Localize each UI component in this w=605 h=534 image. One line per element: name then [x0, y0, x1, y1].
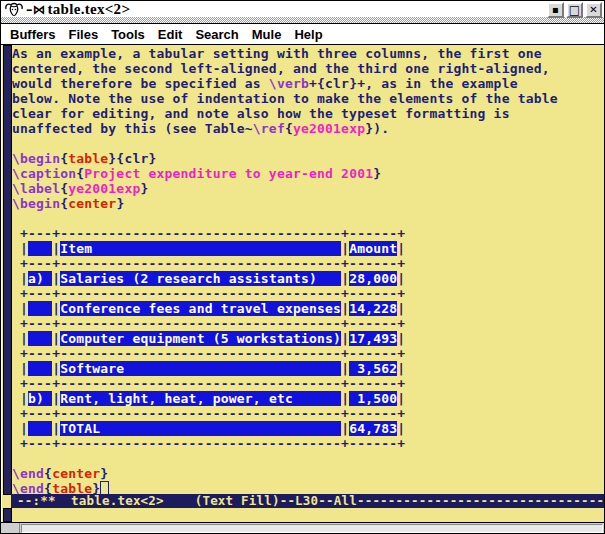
- text-segment: unaffected by this (see Table~: [12, 121, 253, 136]
- text-segment: [28, 241, 52, 256]
- text-segment: table: [68, 151, 108, 166]
- text-segment: |: [397, 421, 405, 436]
- horizontal-scrollbar-track[interactable]: [21, 524, 603, 533]
- text-segment: |: [52, 361, 60, 376]
- horizontal-scrollbar[interactable]: [1, 522, 604, 534]
- buffer-line: [12, 211, 604, 226]
- text-segment: center: [52, 466, 100, 481]
- text-segment: a): [28, 271, 52, 286]
- text-segment: \end: [12, 466, 44, 481]
- minimize-button[interactable]: ▪: [547, 2, 564, 18]
- buffer-line: | |Conference fees and travel expenses|1…: [12, 301, 604, 316]
- text-segment: |: [52, 421, 60, 436]
- text-segment: |: [12, 271, 28, 286]
- text-segment: 14,228: [349, 301, 397, 316]
- text-segment: |: [52, 271, 60, 286]
- text-segment: Rent, light, heat, power, etc: [60, 391, 341, 406]
- text-segment: centered, the second left-aligned, and t…: [12, 61, 550, 76]
- buffer-line: | |Item |Amount|: [12, 241, 604, 256]
- buffer-line: +---+-----------------------------------…: [12, 406, 604, 421]
- text-segment: b): [28, 391, 52, 406]
- menu-item-buffers[interactable]: Buffers: [10, 27, 56, 42]
- menu-item-tools[interactable]: Tools: [111, 27, 145, 42]
- text-segment: |: [12, 241, 28, 256]
- text-segment: TOTAL: [60, 421, 341, 436]
- menubar: BuffersFilesToolsEditSearchMuleHelp: [1, 24, 604, 45]
- text-segment: Project expenditure to year-end 2001: [84, 166, 373, 181]
- text-segment: \begin: [12, 196, 60, 211]
- text-segment: +---+-----------------------------------…: [12, 406, 405, 421]
- menu-item-mule[interactable]: Mule: [252, 27, 282, 42]
- titlebar[interactable]: –⋈ table.tex<2> ▪□✕: [1, 1, 604, 24]
- text-segment: +---+-----------------------------------…: [12, 256, 405, 271]
- buffer-text[interactable]: As an example, a tabular setting with th…: [12, 46, 604, 496]
- text-segment: |: [341, 241, 349, 256]
- text-segment: {: [44, 466, 52, 481]
- buffer-line: centered, the second left-aligned, and t…: [12, 61, 604, 76]
- buffer-line: below. Note the use of indentation to ma…: [12, 91, 604, 106]
- text-segment: below. Note the use of indentation to ma…: [12, 91, 558, 106]
- text-segment: {: [60, 181, 68, 196]
- text-segment: |: [52, 301, 60, 316]
- text-segment: |: [397, 361, 405, 376]
- close-button[interactable]: ✕: [585, 2, 602, 18]
- minibuffer[interactable]: Mark set: [13, 507, 123, 522]
- buffer-line: | |Software | 3,562|: [12, 361, 604, 376]
- text-segment: would therefore be specified as: [12, 76, 269, 91]
- maximize-icon: □: [569, 4, 580, 16]
- text-segment: }: [140, 181, 148, 196]
- text-segment: |: [397, 331, 405, 346]
- gnu-icon: [4, 2, 24, 17]
- text-segment: |: [341, 421, 349, 436]
- text-segment: |: [397, 241, 405, 256]
- text-segment: {: [60, 196, 68, 211]
- text-segment: Software: [60, 361, 341, 376]
- menu-item-help[interactable]: Help: [294, 27, 322, 42]
- text-segment: +---+-----------------------------------…: [12, 286, 405, 301]
- text-segment: \verb: [269, 76, 309, 91]
- text-segment: {: [60, 151, 68, 166]
- close-icon: ✕: [589, 5, 597, 15]
- vertical-scrollbar-thumb[interactable]: [3, 45, 12, 495]
- text-segment: |: [341, 271, 349, 286]
- menu-item-edit[interactable]: Edit: [158, 27, 183, 42]
- buffer-line: +---+-----------------------------------…: [12, 376, 604, 391]
- text-segment: \begin: [12, 151, 60, 166]
- menu-item-files[interactable]: Files: [69, 27, 99, 42]
- text-segment: +---+-----------------------------------…: [12, 346, 405, 361]
- text-segment: Salaries (2 research assistants): [60, 271, 341, 286]
- text-segment: +---+-----------------------------------…: [12, 316, 405, 331]
- text-segment: \label: [12, 181, 60, 196]
- text-segment: |: [397, 301, 405, 316]
- text-segment: As an example, a tabular setting with th…: [12, 46, 542, 61]
- text-segment: |: [341, 301, 349, 316]
- buffer-line: unaffected by this (see Table~\ref{ye200…: [12, 121, 604, 136]
- buffer-line: +---+-----------------------------------…: [12, 436, 604, 451]
- buffer-line: +---+-----------------------------------…: [12, 286, 604, 301]
- buffer-line: +---+-----------------------------------…: [12, 346, 604, 361]
- minibuffer-scrollbar-thumb[interactable]: [3, 508, 12, 522]
- text-segment: +---+-----------------------------------…: [12, 436, 405, 451]
- buffer-line: | |Computer equipment (5 workstations)|1…: [12, 331, 604, 346]
- text-segment: +---+-----------------------------------…: [12, 376, 405, 391]
- modeline: --:** table.tex<2> (Text Fill)--L30--All…: [11, 494, 604, 508]
- menu-item-search[interactable]: Search: [195, 27, 238, 42]
- text-segment: 28,000: [349, 271, 397, 286]
- text-segment: }).: [365, 121, 389, 136]
- scrollbar-corner: [1, 523, 20, 534]
- buffer-line: \begin{table}{clr}: [12, 151, 604, 166]
- buffer-line: +---+-----------------------------------…: [12, 316, 604, 331]
- buffer-line: +---+-----------------------------------…: [12, 256, 604, 271]
- text-cursor: [100, 481, 109, 495]
- text-segment: 64,783: [349, 421, 397, 436]
- text-segment: 17,493: [349, 331, 397, 346]
- text-segment: \caption: [12, 166, 76, 181]
- vertical-scrollbar[interactable]: [1, 45, 11, 534]
- maximize-button[interactable]: □: [566, 2, 583, 18]
- text-segment: |: [52, 391, 60, 406]
- buffer-line: would therefore be specified as \verb+{c…: [12, 76, 604, 91]
- minimize-icon: ▪: [552, 5, 559, 15]
- text-segment: ye2001exp: [293, 121, 365, 136]
- text-segment: |: [12, 421, 28, 436]
- text-segment: |: [12, 301, 28, 316]
